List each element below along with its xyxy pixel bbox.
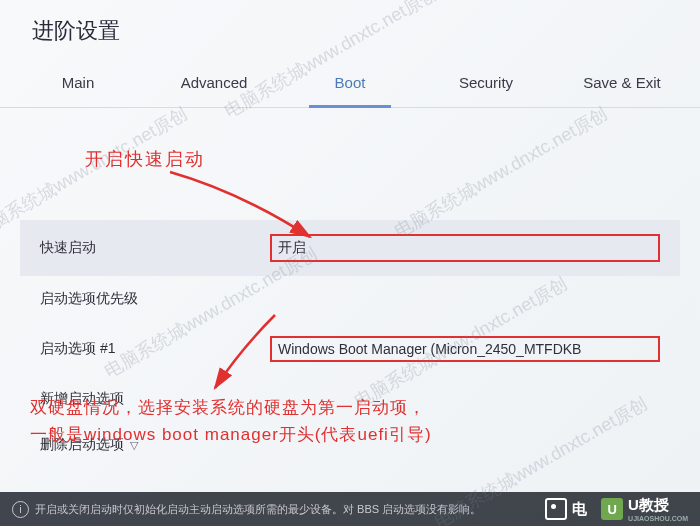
arrow-icon xyxy=(160,162,330,252)
boot-priority-label: 启动选项优先级 xyxy=(40,290,270,308)
tab-advanced[interactable]: Advanced xyxy=(146,58,282,107)
row-fast-boot[interactable]: 快速启动 开启 xyxy=(20,220,680,276)
page-title: 进阶设置 xyxy=(0,0,700,58)
row-boot-priority-header: 启动选项优先级 xyxy=(20,276,680,322)
info-icon: i xyxy=(12,501,29,518)
tab-boot[interactable]: Boot xyxy=(282,58,418,107)
annotation-boot-manager: 双硬盘情况，选择安装系统的硬盘为第一启动项， 一般是windows boot m… xyxy=(30,394,432,448)
footer-bar: i 开启或关闭启动时仅初始化启动主动启动选项所需的最少设备。对 BBS 启动选项… xyxy=(0,492,700,526)
annotation-line2: 一般是windows boot manager开头(代表uefi引导) xyxy=(30,425,432,444)
logo-ujiaoshou: U U教授 UJIAOSHOU.COM xyxy=(601,496,688,522)
logo-ujiaoshou-sub: UJIAOSHOU.COM xyxy=(628,515,688,522)
tab-security[interactable]: Security xyxy=(418,58,554,107)
logo-dnxtc: 电 xyxy=(545,498,587,520)
tab-bar: Main Advanced Boot Security Save & Exit xyxy=(0,58,700,108)
tab-main[interactable]: Main xyxy=(10,58,146,107)
arrow-icon xyxy=(200,310,290,400)
logo-ujiaoshou-label: U教授 xyxy=(628,496,669,513)
footer-help-text: 开启或关闭启动时仅初始化启动主动启动选项所需的最少设备。对 BBS 启动选项没有… xyxy=(35,502,481,517)
annotation-fast-boot: 开启快速启动 xyxy=(85,145,205,174)
tab-save-exit[interactable]: Save & Exit xyxy=(554,58,690,107)
footer-logos: 电 U U教授 UJIAOSHOU.COM xyxy=(545,496,688,522)
boot-option-1-value[interactable]: Windows Boot Manager (Micron_2450_MTFDKB xyxy=(270,336,660,362)
row-boot-option-1[interactable]: 启动选项 #1 Windows Boot Manager (Micron_245… xyxy=(20,322,680,376)
monitor-icon xyxy=(545,498,567,520)
logo-dnxtc-label: 电 xyxy=(572,500,587,519)
annotation-line1: 双硬盘情况，选择安装系统的硬盘为第一启动项， xyxy=(30,398,426,417)
u-badge-icon: U xyxy=(601,498,623,520)
footer-help: i 开启或关闭启动时仅初始化启动主动启动选项所需的最少设备。对 BBS 启动选项… xyxy=(12,501,481,518)
